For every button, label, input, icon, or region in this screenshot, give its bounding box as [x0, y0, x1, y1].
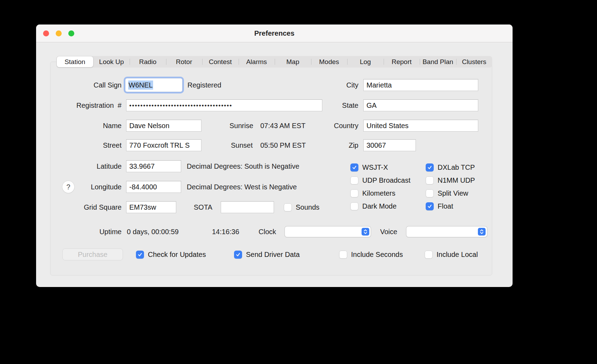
call-sign-input[interactable]: W6NEL: [125, 78, 183, 92]
tab-log[interactable]: Log: [347, 56, 384, 68]
longitude-hint: Decimal Degrees: West is Negative: [187, 181, 297, 193]
udp-broadcast-checkbox[interactable]: UDP Broadcast: [350, 175, 426, 186]
checkbox-label: Dark Mode: [362, 202, 397, 210]
window-title: Preferences: [36, 24, 513, 42]
tab-label: Clusters: [462, 58, 486, 66]
tab-divider: [384, 59, 384, 65]
tab-radio[interactable]: Radio: [130, 56, 166, 68]
tab-label: Rotor: [176, 58, 192, 66]
grid-square-label: Grid Square: [43, 201, 122, 214]
checkbox-box: [350, 202, 358, 210]
voice-label: Voice: [380, 225, 397, 238]
tab-divider: [202, 59, 203, 65]
tab-map[interactable]: Map: [275, 56, 311, 68]
tab-look-up[interactable]: Look Up: [94, 56, 130, 68]
checkbox-label: WSJT-X: [362, 163, 388, 172]
state-input[interactable]: GA: [363, 99, 478, 111]
voice-dropdown[interactable]: Samantha: [406, 226, 487, 237]
options-grid: WSJT-X DXLab TCP UDP Broadcast N1MM UDP …: [350, 161, 475, 213]
registered-status-label: Registered: [187, 79, 221, 91]
tab-label: Log: [360, 58, 371, 66]
dxlab-tcp-checkbox[interactable]: DXLab TCP: [426, 162, 475, 173]
wsjt-x-checkbox[interactable]: WSJT-X: [350, 162, 426, 173]
registration-row: Registration # •••••••••••••••••••••••••…: [36, 99, 513, 112]
purchase-button[interactable]: Purchase: [62, 248, 123, 260]
checkbox-label: Kilometers: [362, 189, 395, 197]
checkbox-box: [426, 189, 434, 197]
n1mm-udp-checkbox[interactable]: N1MM UDP: [426, 175, 475, 186]
tab-bar: Station Look Up Radio Rotor Contest Alar…: [56, 56, 492, 68]
checkbox-label: Float: [438, 202, 453, 210]
name-row: Name Dave Nelson Sunrise 07:43 AM EST Co…: [36, 119, 513, 132]
tab-divider: [456, 59, 457, 65]
sounds-checkbox[interactable]: Sounds: [284, 201, 320, 214]
checkbox-label: Include Seconds: [351, 251, 403, 259]
tab-band-plan[interactable]: Band Plan: [420, 56, 456, 68]
tab-alarms[interactable]: Alarms: [239, 56, 275, 68]
checkbox-box: [426, 176, 434, 184]
tab-divider: [420, 59, 420, 65]
checkbox-box: [350, 189, 358, 197]
tab-station[interactable]: Station: [57, 56, 93, 67]
tab-rotor[interactable]: Rotor: [166, 56, 203, 68]
include-seconds-checkbox[interactable]: Include Seconds: [339, 248, 403, 261]
tab-label: Radio: [139, 58, 157, 66]
sota-label: SOTA: [194, 201, 212, 214]
grid-square-input[interactable]: EM73sw: [126, 201, 176, 213]
title-bar: Preferences: [36, 24, 513, 42]
tab-label: Band Plan: [423, 58, 453, 66]
tab-label: Contest: [209, 58, 232, 66]
send-driver-data-checkbox[interactable]: Send Driver Data: [234, 248, 300, 261]
checkmark-icon: [427, 204, 432, 209]
desktop: Preferences Station Look Up Radio Rotor …: [0, 0, 597, 364]
checkmark-icon: [352, 165, 357, 170]
checkbox-label: Split View: [438, 189, 468, 197]
include-local-checkbox[interactable]: Include Local: [425, 248, 478, 261]
tab-label: Modes: [319, 58, 339, 66]
split-view-checkbox[interactable]: Split View: [426, 188, 475, 199]
tab-label: Alarms: [246, 58, 267, 66]
checkbox-box: [350, 176, 358, 184]
checkbox-box: [136, 251, 144, 259]
sunrise-label: Sunrise: [229, 119, 253, 132]
clock-font-dropdown[interactable]: Helvetica: [285, 226, 371, 237]
name-label: Name: [43, 119, 122, 132]
checkbox-box: [425, 251, 433, 259]
float-checkbox[interactable]: Float: [426, 201, 475, 212]
checkbox-box: [234, 251, 242, 259]
name-input[interactable]: Dave Nelson: [126, 120, 201, 132]
latitude-input[interactable]: 33.9667: [126, 160, 181, 172]
street-label: Street: [43, 139, 122, 152]
checkbox-box: [426, 202, 434, 210]
country-label: Country: [281, 119, 358, 132]
checkbox-label: Send Driver Data: [246, 251, 300, 259]
tab-clusters[interactable]: Clusters: [456, 56, 493, 68]
checkbox-box: [426, 163, 434, 172]
tab-report[interactable]: Report: [384, 56, 420, 68]
checkbox-label: N1MM UDP: [438, 176, 475, 184]
dark-mode-checkbox[interactable]: Dark Mode: [350, 201, 426, 212]
street-input[interactable]: 770 Foxcroft TRL S: [126, 139, 201, 151]
tab-contest[interactable]: Contest: [202, 56, 239, 68]
current-time-value: 14:16:36: [212, 225, 239, 238]
tab-modes[interactable]: Modes: [311, 56, 348, 68]
zip-input[interactable]: 30067: [363, 139, 416, 151]
call-sign-row: Call Sign W6NEL Registered City Marietta: [36, 79, 513, 91]
longitude-input[interactable]: -84.4000: [126, 181, 181, 193]
sota-input[interactable]: [221, 201, 274, 213]
tab-label: Map: [286, 58, 299, 66]
tab-divider: [239, 59, 239, 65]
country-input[interactable]: United States: [363, 120, 478, 132]
checkbox-label: Check for Updates: [148, 251, 206, 259]
checkbox-label: Sounds: [296, 203, 320, 211]
checkbox-label: Include Local: [437, 251, 478, 259]
checkbox-box: [339, 251, 347, 259]
state-label: State: [281, 99, 358, 112]
uptime-value: 0 days, 00:00:59: [127, 225, 179, 238]
tab-divider: [311, 59, 311, 65]
kilometers-checkbox[interactable]: Kilometers: [350, 188, 426, 199]
tab-divider: [275, 59, 275, 65]
check-for-updates-checkbox[interactable]: Check for Updates: [136, 248, 206, 261]
preferences-window: Preferences Station Look Up Radio Rotor …: [36, 24, 513, 287]
city-input[interactable]: Marietta: [363, 79, 478, 91]
